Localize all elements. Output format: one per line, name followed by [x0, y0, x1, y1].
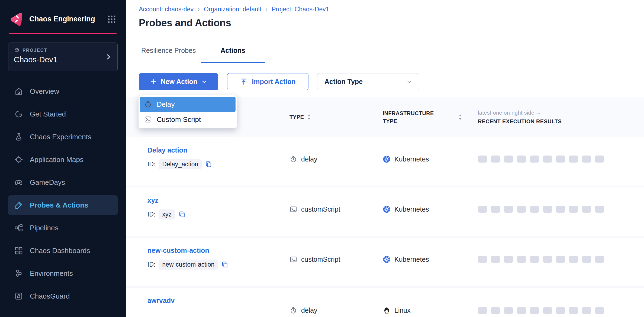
probe-icon	[14, 200, 23, 210]
action-type-select[interactable]: Action Type	[317, 73, 419, 90]
tab-bar: Resilience Probes Actions	[126, 38, 644, 63]
terminal-icon	[289, 205, 297, 213]
recent-execution-results	[478, 156, 597, 163]
sidebar-item[interactable]: Application Maps	[8, 150, 118, 169]
table-row: Delay action ID: Delay_action	[126, 137, 644, 187]
action-id-chip: Delay_action	[159, 159, 202, 169]
recent-execution-results	[478, 256, 597, 263]
results-column-header: latest one on right side → RECENT EXECUT…	[478, 110, 597, 125]
import-action-button[interactable]: Import Action	[227, 73, 308, 90]
sort-icon[interactable]	[458, 114, 462, 120]
sidebar-item[interactable]: Chaos Dashboards	[8, 241, 118, 260]
table-row: xyz ID: xyz	[126, 187, 644, 238]
gamepad-icon	[14, 178, 23, 187]
execution-result-placeholder	[582, 206, 591, 213]
project-selector[interactable]: PROJECT Chaos-Dev1	[8, 43, 118, 71]
execution-result-placeholder	[478, 156, 487, 163]
execution-result-placeholder	[543, 256, 552, 263]
chevron-right-icon	[105, 53, 112, 60]
execution-result-placeholder	[517, 206, 526, 213]
execution-result-placeholder	[530, 307, 539, 314]
execution-result-placeholder	[491, 256, 500, 263]
execution-result-placeholder	[530, 156, 539, 163]
action-id-row: ID: Delay_action	[147, 159, 289, 169]
type-column-header: TYPE	[289, 114, 383, 120]
stopwatch-icon	[289, 306, 297, 314]
execution-result-placeholder	[595, 156, 604, 163]
action-id-row: ID: new-custom-action	[147, 260, 289, 270]
infrastructure-cell: Kubernetes	[383, 155, 478, 163]
terminal-icon	[144, 115, 152, 124]
target-icon	[14, 155, 23, 164]
project-label-row: PROJECT	[14, 47, 112, 53]
execution-result-placeholder	[582, 307, 591, 314]
hexagons-icon	[14, 269, 23, 278]
sidebar-item[interactable]: Get Started	[8, 104, 118, 124]
action-name-link[interactable]: new-custom-action	[147, 247, 209, 254]
sidebar-item-label: Probes & Actions	[30, 201, 88, 209]
dropdown-item-label: Custom Script	[157, 115, 201, 124]
dropdown-item[interactable]: Delay	[140, 97, 236, 112]
execution-result-placeholder	[517, 307, 526, 314]
id-label: ID:	[147, 261, 155, 268]
page-title: Probes and Actions	[139, 17, 644, 29]
sidebar-item[interactable]: ChaosGuard	[8, 286, 118, 306]
execution-result-placeholder	[491, 206, 500, 213]
recent-execution-results	[478, 307, 597, 314]
breadcrumb-link[interactable]: Organization: default	[204, 6, 261, 13]
sidebar: Chaos Engineering PROJECT Chaos-Dev1	[0, 0, 126, 317]
sidebar-item[interactable]: Chaos Experiments	[8, 127, 118, 147]
sidebar-item[interactable]: Probes & Actions	[8, 195, 118, 215]
home-icon	[14, 87, 23, 96]
table-row: awrvadv ID:	[126, 288, 644, 317]
dropdown-item[interactable]: Custom Script	[140, 112, 236, 127]
action-name-link[interactable]: Delay action	[147, 146, 187, 154]
sort-icon[interactable]	[307, 114, 311, 120]
execution-result-placeholder	[543, 307, 552, 314]
lock-icon	[14, 292, 23, 301]
new-action-button[interactable]: New Action	[139, 73, 218, 90]
execution-result-placeholder	[556, 206, 565, 213]
sidebar-item[interactable]: Environments	[8, 264, 118, 283]
project-name: Chaos-Dev1	[14, 55, 112, 64]
action-id-chip: new-custom-action	[159, 260, 218, 270]
action-type-cell: delay	[289, 306, 383, 314]
tab[interactable]: Actions	[201, 38, 265, 63]
action-name-cell: xyz ID: xyz	[147, 187, 289, 231]
sidebar-item-label: GameDays	[30, 178, 65, 187]
execution-result-placeholder	[504, 156, 513, 163]
linux-icon	[383, 306, 391, 314]
infrastructure-cell: Kubernetes	[383, 255, 478, 263]
stopwatch-icon	[289, 155, 297, 163]
copy-icon[interactable]	[221, 261, 228, 268]
execution-result-placeholder	[517, 256, 526, 263]
execution-result-placeholder	[595, 307, 604, 314]
action-name-link[interactable]: xyz	[147, 196, 158, 204]
execution-result-placeholder	[569, 256, 578, 263]
sidebar-item[interactable]: Overview	[8, 82, 118, 101]
execution-result-placeholder	[582, 256, 591, 263]
sidebar-item[interactable]: Pipelines	[8, 218, 118, 238]
breadcrumb-link[interactable]: Account: chaos-dev	[139, 6, 194, 13]
chevron-down-icon	[201, 79, 207, 85]
cube-icon	[14, 47, 20, 53]
harness-logo-icon	[9, 12, 24, 27]
execution-result-placeholder	[543, 156, 552, 163]
execution-result-placeholder	[543, 206, 552, 213]
infrastructure-cell: Kubernetes	[383, 205, 478, 213]
tab[interactable]: Resilience Probes	[141, 38, 196, 63]
sidebar-item-label: Application Maps	[30, 156, 83, 164]
action-type-cell: customScript	[289, 205, 383, 213]
sidebar-nav: Overview Get Started Chaos Experiments A…	[0, 82, 126, 306]
copy-icon[interactable]	[205, 161, 212, 168]
action-name-link[interactable]: awrvadv	[147, 297, 175, 305]
action-name-cell: Delay action ID: Delay_action	[147, 137, 289, 181]
stopwatch-icon	[144, 100, 152, 108]
sidebar-item[interactable]: GameDays	[8, 173, 118, 192]
app-grid-icon[interactable]	[107, 14, 117, 24]
breadcrumb-link[interactable]: Project: Chaos-Dev1	[272, 6, 329, 13]
execution-result-placeholder	[530, 256, 539, 263]
dropdown-item-label: Delay	[157, 100, 175, 109]
action-name-cell: awrvadv ID:	[147, 288, 289, 317]
copy-icon[interactable]	[178, 211, 186, 218]
